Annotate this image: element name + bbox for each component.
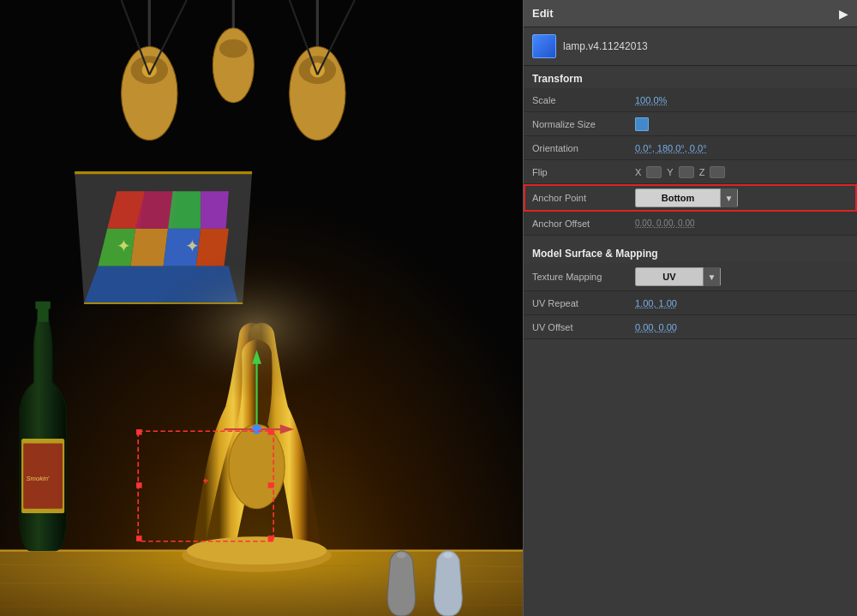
scale-value[interactable]: 100.0% <box>635 95 848 105</box>
flip-buttons: X Y Z <box>635 166 725 178</box>
svg-marker-21 <box>131 229 169 266</box>
svg-marker-26 <box>201 191 229 229</box>
main-container: ✦ ✦ <box>0 0 857 616</box>
right-panel: Edit ▶ lamp.v4.11242013 Transform Scale … <box>523 0 857 616</box>
texture-mapping-dropdown[interactable]: UV ▼ <box>635 267 721 286</box>
object-row: lamp.v4.11242013 <box>524 27 857 66</box>
flip-x-button[interactable] <box>646 166 662 178</box>
orientation-value[interactable]: 0.0°, 180.0°, 0.0° <box>635 143 848 153</box>
svg-point-54 <box>397 553 406 559</box>
svg-rect-47 <box>136 482 142 488</box>
edit-header: Edit ▶ <box>524 0 857 27</box>
orientation-row: Orientation 0.0°, 180.0°, 0.0° <box>524 136 857 160</box>
3d-scene: ✦ ✦ <box>0 0 523 616</box>
normalize-row: Normalize Size <box>524 112 857 136</box>
texture-mapping-dropdown-arrow[interactable]: ▼ <box>703 267 720 286</box>
anchor-point-row: Anchor Point Bottom ▼ <box>524 184 857 212</box>
orientation-label: Orientation <box>532 143 635 153</box>
anchor-offset-row: Anchor Offset 0.00, 0.00, 0.00 <box>524 212 857 236</box>
texture-mapping-row: Texture Mapping UV ▼ <box>524 263 857 291</box>
normalize-label: Normalize Size <box>532 119 635 129</box>
flip-y-button[interactable] <box>679 166 694 178</box>
svg-rect-53 <box>35 302 50 309</box>
svg-point-39 <box>252 425 261 434</box>
svg-rect-48 <box>268 482 274 488</box>
uv-offset-row: UV Offset 0.00, 0.00 <box>524 315 857 339</box>
anchor-point-value: Bottom <box>636 193 720 203</box>
svg-rect-44 <box>268 535 274 541</box>
svg-rect-42 <box>268 429 274 435</box>
chevron-down-icon-uv: ▼ <box>708 272 716 282</box>
svg-marker-24 <box>168 191 201 229</box>
anchor-point-label: Anchor Point <box>532 193 635 203</box>
chevron-down-icon: ▼ <box>725 194 734 203</box>
anchor-offset-label: Anchor Offset <box>532 218 635 229</box>
flip-row: Flip X Y Z <box>524 160 857 184</box>
uv-repeat-label: UV Repeat <box>532 298 635 308</box>
model-surface-section-header: Model Surface & Mapping <box>524 241 857 263</box>
normalize-checkbox[interactable] <box>635 117 649 131</box>
uv-offset-label: UV Offset <box>532 322 635 332</box>
object-name: lamp.v4.11242013 <box>563 40 648 52</box>
svg-text:✦: ✦ <box>117 236 131 255</box>
svg-point-55 <box>443 553 452 559</box>
svg-point-16 <box>219 39 248 58</box>
panel-spacer <box>524 339 857 511</box>
flip-label: Flip <box>532 167 635 177</box>
svg-rect-43 <box>136 535 142 541</box>
uv-repeat-value[interactable]: 1.00, 1.00 <box>635 298 848 308</box>
uv-repeat-row: UV Repeat 1.00, 1.00 <box>524 291 857 315</box>
svg-point-33 <box>229 425 285 509</box>
anchor-offset-value[interactable]: 0.00, 0.00, 0.00 <box>635 218 848 228</box>
flip-x-label: X <box>635 167 641 177</box>
viewport[interactable]: ✦ ✦ <box>0 0 523 616</box>
svg-point-15 <box>213 28 254 103</box>
flip-z-label: Z <box>699 167 705 177</box>
anchor-point-dropdown[interactable]: Bottom ▼ <box>635 188 738 207</box>
texture-mapping-label: Texture Mapping <box>532 272 635 282</box>
object-icon <box>532 34 556 58</box>
panel-content[interactable]: Transform Scale 100.0% Normalize Size Or… <box>524 66 857 616</box>
scale-label: Scale <box>532 95 635 105</box>
transform-section-header: Transform <box>524 66 857 88</box>
scale-row: Scale 100.0% <box>524 88 857 112</box>
anchor-point-dropdown-arrow[interactable]: ▼ <box>720 188 737 207</box>
uv-offset-value[interactable]: 0.00, 0.00 <box>635 322 848 332</box>
svg-text:✦: ✦ <box>185 236 200 255</box>
svg-rect-41 <box>136 429 142 435</box>
edit-title: Edit <box>532 7 554 20</box>
panel-arrow-icon[interactable]: ▶ <box>839 7 848 21</box>
flip-z-button[interactable] <box>710 166 725 178</box>
flip-y-label: Y <box>667 167 673 177</box>
texture-mapping-value: UV <box>636 272 703 282</box>
svg-text:Smokin': Smokin' <box>27 475 50 482</box>
